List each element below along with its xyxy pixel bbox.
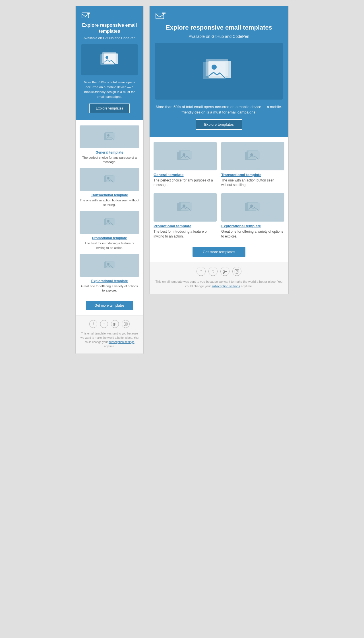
wide-googleplus-icon[interactable]: g+: [220, 267, 229, 276]
svg-point-24: [127, 323, 127, 323]
wide-template-item-1: Transactional template The one with an a…: [221, 142, 284, 188]
narrow-template-thumb-0: [80, 125, 139, 148]
wide-hero: Explore responsive email templates Avail…: [150, 6, 288, 137]
wide-template-name-2[interactable]: Promotional template: [154, 224, 191, 228]
narrow-googleplus-icon[interactable]: g+: [111, 320, 119, 328]
wide-template-item-3: Explorational template Great one for off…: [221, 193, 284, 239]
narrow-template-item-1: Transactional template The one with an a…: [80, 168, 139, 207]
wide-template-desc-2: The best for introducing a feature or in…: [154, 229, 217, 239]
svg-rect-16: [106, 218, 115, 225]
svg-point-17: [107, 220, 109, 222]
wide-explore-button[interactable]: Explore templates: [196, 119, 242, 130]
wide-template-name-0[interactable]: General template: [154, 173, 184, 177]
wide-facebook-icon[interactable]: f: [197, 267, 206, 276]
wide-hero-body-text: More than 50% of total email opens occur…: [155, 104, 283, 115]
wide-template-item-2: Promotional template The best for introd…: [154, 193, 217, 239]
wide-template-thumb-2: [154, 193, 217, 222]
narrow-template-name-3[interactable]: Explorational template: [91, 279, 128, 283]
svg-rect-37: [248, 151, 260, 159]
svg-point-48: [236, 271, 238, 272]
svg-rect-45: [248, 203, 260, 210]
svg-rect-29: [208, 61, 231, 78]
wide-social-icons: f t g+: [154, 267, 284, 276]
narrow-template-name-1[interactable]: Transactional template: [91, 193, 128, 197]
narrow-hero-image: [81, 44, 138, 75]
narrow-hero-envelope-icon: [81, 12, 138, 20]
svg-point-38: [250, 153, 253, 156]
narrow-template-desc-2: The best for introducing a feature or in…: [80, 241, 139, 250]
narrow-template-thumb-2: [80, 211, 139, 234]
svg-point-5: [106, 56, 108, 59]
narrow-hero-title: Explore responsive email templates: [81, 22, 138, 34]
wide-hero-subtitle: Available on GitHub and CodePen: [155, 34, 283, 39]
narrow-email-card: Explore responsive email templates Avail…: [75, 6, 144, 354]
narrow-template-thumb-3: [80, 254, 139, 277]
svg-point-34: [183, 153, 185, 156]
wide-template-name-1[interactable]: Transactional template: [221, 173, 261, 177]
svg-rect-20: [106, 261, 115, 268]
narrow-template-name-2[interactable]: Promotional template: [92, 236, 127, 240]
wide-hero-envelope-icon: [155, 12, 283, 21]
wide-hero-image: [155, 43, 283, 100]
svg-rect-4: [104, 53, 118, 64]
wide-template-thumb-3: [221, 193, 284, 222]
narrow-template-desc-1: The one with an action button seen witho…: [80, 198, 139, 207]
narrow-template-item-2: Promotional template The best for introd…: [80, 211, 139, 250]
wide-template-desc-1: The one with an action button seen witho…: [221, 178, 284, 188]
narrow-template-thumb-1: [80, 168, 139, 191]
svg-rect-22: [124, 322, 127, 326]
wide-template-desc-0: The perfect choice for any purpose of a …: [154, 178, 217, 188]
wide-templates-section: General template The perfect choice for …: [150, 137, 288, 244]
wide-subscription-link[interactable]: subscription settings: [212, 284, 240, 288]
svg-point-21: [107, 263, 109, 265]
svg-rect-33: [181, 151, 192, 159]
wide-email-card: Explore responsive email templates Avail…: [149, 6, 289, 294]
narrow-instagram-icon[interactable]: [122, 320, 130, 328]
wide-template-thumb-0: [154, 142, 217, 170]
svg-rect-47: [235, 269, 239, 273]
svg-point-9: [107, 134, 109, 137]
narrow-twitter-icon[interactable]: t: [100, 320, 108, 328]
narrow-footer: f t g+ This email template was sent to y…: [76, 315, 143, 354]
wide-template-grid: General template The perfect choice for …: [154, 142, 284, 239]
svg-point-49: [238, 270, 238, 271]
wide-template-name-3[interactable]: Explorational template: [221, 224, 261, 228]
wide-instagram-icon[interactable]: [232, 267, 241, 276]
svg-rect-8: [106, 133, 115, 139]
narrow-template-item-0: General template The perfect choice for …: [80, 125, 139, 164]
narrow-template-desc-3: Great one for offering a variety of opti…: [80, 284, 139, 293]
narrow-template-item-3: Explorational template Great one for off…: [80, 254, 139, 293]
wide-footer-text: This email template was sent to you beca…: [154, 279, 284, 289]
narrow-hero: Explore responsive email templates Avail…: [76, 6, 143, 120]
wide-twitter-icon[interactable]: t: [208, 267, 218, 276]
narrow-get-more-section: Get more templates: [76, 298, 143, 315]
narrow-subscription-link[interactable]: subscription settings: [109, 340, 135, 344]
wide-template-thumb-1: [221, 142, 284, 170]
wide-get-more-button[interactable]: Get more templates: [193, 247, 245, 257]
narrow-explore-button[interactable]: Explore templates: [89, 104, 130, 113]
narrow-hero-subtitle: Available on GitHub and CodePen: [81, 36, 138, 40]
svg-rect-41: [181, 203, 192, 210]
wide-footer: f t g+ This email template was sent to y…: [150, 262, 288, 294]
svg-point-30: [212, 65, 217, 70]
narrow-preview: Explore responsive email templates Avail…: [75, 6, 144, 354]
narrow-hero-body-text: More than 50% of total email opens occur…: [81, 80, 138, 100]
svg-point-42: [183, 205, 185, 207]
narrow-template-grid: General template The perfect choice for …: [80, 125, 139, 293]
narrow-template-name-0[interactable]: General template: [96, 150, 123, 154]
wide-get-more-section: Get more templates: [150, 244, 288, 262]
narrow-facebook-icon[interactable]: f: [89, 320, 97, 328]
svg-point-23: [125, 323, 127, 325]
narrow-footer-text: This email template was sent to you beca…: [80, 331, 139, 348]
wide-preview: Explore responsive email templates Avail…: [149, 6, 289, 354]
wide-hero-title: Explore responsive email templates: [155, 24, 283, 32]
wide-template-desc-3: Great one for offering a variety of opti…: [221, 229, 284, 239]
narrow-templates-section: General template The perfect choice for …: [76, 120, 143, 298]
wide-template-item-0: General template The perfect choice for …: [154, 142, 217, 188]
narrow-template-desc-0: The perfect choice for any purpose of a …: [80, 156, 139, 164]
narrow-social-icons: f t g+: [80, 320, 139, 328]
svg-point-13: [107, 177, 109, 179]
svg-rect-12: [106, 175, 115, 182]
svg-point-46: [250, 205, 253, 207]
narrow-get-more-button[interactable]: Get more templates: [86, 301, 133, 310]
